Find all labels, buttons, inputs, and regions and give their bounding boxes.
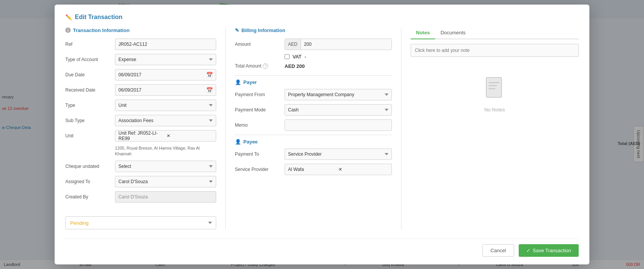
unit-value: Unit Ref: JR052-LI-RE99 xyxy=(118,130,165,141)
payment-to-row: Payment To Service Provider xyxy=(235,148,392,160)
due-date-input[interactable] xyxy=(118,72,206,77)
assigned-to-row: Assigned To Carol D'Souza xyxy=(65,176,216,187)
vat-checkbox[interactable] xyxy=(285,54,290,59)
info-circle-icon: i xyxy=(65,27,71,33)
type-label: Type xyxy=(65,103,115,108)
assigned-to-label: Assigned To xyxy=(65,179,115,184)
notes-section: Notes Documents No Notes xyxy=(401,27,579,230)
amount-input[interactable] xyxy=(301,42,392,47)
assigned-to-select[interactable]: Carol D'Souza xyxy=(115,176,216,187)
due-date-field: 📅 xyxy=(115,69,216,81)
unit-field: Unit Ref: JR052-LI-RE99 ✕ xyxy=(115,130,216,142)
service-provider-value: Al Wafa xyxy=(288,167,338,172)
created-by-label: Created By xyxy=(65,194,115,200)
notes-tabs: Notes Documents xyxy=(411,27,579,39)
unit-row: Unit Unit Ref: JR052-LI-RE99 ✕ xyxy=(65,130,216,142)
due-date-label: Due Date xyxy=(65,72,115,77)
svg-rect-3 xyxy=(489,88,495,89)
payee-title: 👤 Payee xyxy=(235,139,392,145)
cheque-row: Cheque undated Select xyxy=(65,161,216,172)
ref-input[interactable] xyxy=(115,39,216,50)
svg-rect-2 xyxy=(489,85,497,86)
sub-type-label: Sub Type xyxy=(65,118,115,123)
calendar-icon-2[interactable]: 📅 xyxy=(206,87,213,93)
type-row: Type Unit xyxy=(65,100,216,111)
cheque-select[interactable]: Select xyxy=(115,161,216,172)
edit-icon: ✏️ xyxy=(65,14,72,20)
svg-rect-0 xyxy=(486,77,502,97)
calendar-icon[interactable]: 📅 xyxy=(206,72,213,78)
created-by-row: Created By xyxy=(65,191,216,203)
person-icon: 👤 xyxy=(235,79,241,85)
service-provider-label: Service Provider xyxy=(235,167,285,172)
help-icon[interactable]: ? xyxy=(263,63,268,69)
amount-label: Amount xyxy=(235,42,285,47)
memo-row: Memo xyxy=(235,119,392,131)
billing-section-title: ✎ Billing Information xyxy=(235,27,392,33)
ref-row: Ref xyxy=(65,39,216,50)
amount-currency: AED xyxy=(285,39,301,50)
payment-from-label: Payment From xyxy=(235,92,285,97)
vat-dash: - xyxy=(304,54,306,60)
tab-notes[interactable]: Notes xyxy=(411,27,435,39)
cheque-label: Cheque undated xyxy=(65,164,115,169)
status-select[interactable]: Pending xyxy=(65,216,216,229)
note-input[interactable] xyxy=(411,44,579,57)
due-date-row: Due Date 📅 xyxy=(65,69,216,81)
vat-label: VAT xyxy=(293,54,301,60)
unit-close-icon[interactable]: ✕ xyxy=(167,133,213,139)
created-by-input xyxy=(115,191,216,203)
no-notes-text: No Notes xyxy=(484,107,505,113)
amount-row: Amount AED xyxy=(235,39,392,50)
unit-label: Unit xyxy=(65,133,115,139)
billing-icon: ✎ xyxy=(235,27,239,33)
no-notes-area: No Notes xyxy=(411,61,579,120)
person-icon-2: 👤 xyxy=(235,139,241,145)
sub-type-select[interactable]: Association Fees xyxy=(115,115,216,126)
received-date-input[interactable] xyxy=(118,87,206,93)
no-notes-icon xyxy=(485,77,505,104)
transaction-section-title: i Transaction Information xyxy=(65,27,216,33)
modal-overlay: ✏️ Edit Transaction i Transaction Inform… xyxy=(0,0,644,269)
billing-section: ✎ Billing Information Amount AED xyxy=(226,27,401,230)
total-amount-row: Total Amount ? AED 200 xyxy=(235,63,392,69)
divider-2 xyxy=(235,135,392,135)
type-of-account-select[interactable]: Expense xyxy=(115,54,216,65)
service-provider-row: Service Provider Al Wafa ✕ xyxy=(235,164,392,175)
status-row: Pending xyxy=(65,216,216,229)
vat-row: VAT - xyxy=(235,54,392,60)
type-select[interactable]: Unit xyxy=(115,100,216,111)
payment-to-label: Payment To xyxy=(235,151,285,157)
ref-label: Ref xyxy=(65,42,115,47)
save-checkmark-icon: ✓ xyxy=(526,248,531,253)
payment-mode-select[interactable]: Cash xyxy=(285,104,392,116)
payment-to-select[interactable]: Service Provider xyxy=(285,148,392,160)
divider-1 xyxy=(235,75,392,76)
svg-rect-1 xyxy=(489,82,499,83)
payment-mode-row: Payment Mode Cash xyxy=(235,104,392,116)
type-of-account-label: Type of Account xyxy=(65,57,115,62)
payment-mode-label: Payment Mode xyxy=(235,107,285,113)
save-transaction-button[interactable]: ✓ Save Transaction xyxy=(519,244,579,257)
tab-documents[interactable]: Documents xyxy=(435,27,471,39)
cancel-button[interactable]: Cancel xyxy=(482,244,514,257)
modal-title: ✏️ Edit Transaction xyxy=(65,14,579,21)
amount-field: AED xyxy=(285,39,392,50)
unit-address: 1205, Royal Breeze, Al Hamra Village, Ra… xyxy=(115,145,216,157)
received-date-field: 📅 xyxy=(115,84,216,96)
type-of-account-row: Type of Account Expense xyxy=(65,54,216,65)
payment-from-row: Payment From Property Management Company xyxy=(235,89,392,100)
vat-group: VAT - xyxy=(285,54,306,60)
memo-label: Memo xyxy=(235,122,285,128)
received-date-row: Received Date 📅 xyxy=(65,84,216,96)
service-provider-field: Al Wafa ✕ xyxy=(285,164,392,175)
save-label: Save Transaction xyxy=(533,248,571,253)
memo-input[interactable] xyxy=(285,119,392,131)
service-close-icon[interactable]: ✕ xyxy=(338,167,389,172)
sub-type-row: Sub Type Association Fees xyxy=(65,115,216,126)
edit-transaction-modal: ✏️ Edit Transaction i Transaction Inform… xyxy=(55,5,589,265)
payer-title: 👤 Payer xyxy=(235,79,392,85)
payment-from-select[interactable]: Property Management Company xyxy=(285,89,392,100)
total-amount-value: AED 200 xyxy=(285,63,305,69)
total-amount-label: Total Amount ? xyxy=(235,63,285,69)
